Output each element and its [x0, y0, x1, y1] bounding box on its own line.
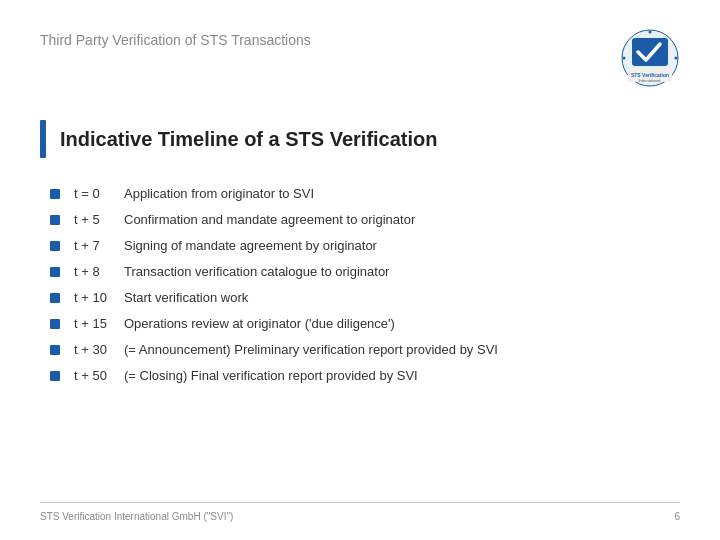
time-label: t + 15 — [74, 316, 116, 331]
svg-point-7 — [623, 57, 626, 60]
item-description: (= Closing) Final verification report pr… — [124, 368, 418, 383]
timeline-item: t + 50(= Closing) Final verification rep… — [50, 368, 680, 383]
page-title: Third Party Verification of STS Transact… — [40, 32, 311, 48]
bullet-icon — [50, 345, 60, 355]
heading-bar — [40, 120, 46, 158]
timeline-item: t + 5Confirmation and mandate agreement … — [50, 212, 680, 227]
time-label: t + 7 — [74, 238, 116, 253]
timeline-item: t + 10Start verification work — [50, 290, 680, 305]
timeline-item: t = 0Application from originator to SVI — [50, 186, 680, 201]
bullet-icon — [50, 371, 60, 381]
footer-page: 6 — [674, 511, 680, 522]
item-description: Transaction verification catalogue to or… — [124, 264, 389, 279]
header: Third Party Verification of STS Transact… — [40, 28, 680, 88]
time-label: t + 30 — [74, 342, 116, 357]
time-label: t + 10 — [74, 290, 116, 305]
timeline-item: t + 7Signing of mandate agreement by ori… — [50, 238, 680, 253]
time-label: t + 8 — [74, 264, 116, 279]
bullet-icon — [50, 319, 60, 329]
svg-point-6 — [675, 57, 678, 60]
svg-point-5 — [649, 31, 652, 34]
timeline-item: t + 30(= Announcement) Preliminary verif… — [50, 342, 680, 357]
bullet-icon — [50, 241, 60, 251]
timeline-list: t = 0Application from originator to SVIt… — [50, 186, 680, 383]
section-heading: Indicative Timeline of a STS Verificatio… — [40, 120, 680, 158]
footer-company: STS Verification International GmbH ("SV… — [40, 511, 233, 522]
time-label: t + 50 — [74, 368, 116, 383]
section-title: Indicative Timeline of a STS Verificatio… — [60, 128, 438, 151]
logo-container: STS Verification International. — [620, 28, 680, 88]
page: Third Party Verification of STS Transact… — [0, 0, 720, 540]
svg-text:International.: International. — [638, 78, 661, 83]
bullet-icon — [50, 293, 60, 303]
timeline-item: t + 8Transaction verification catalogue … — [50, 264, 680, 279]
timeline-item: t + 15Operations review at originator ('… — [50, 316, 680, 331]
bullet-icon — [50, 215, 60, 225]
item-description: Start verification work — [124, 290, 248, 305]
item-description: (= Announcement) Preliminary verificatio… — [124, 342, 498, 357]
bullet-icon — [50, 189, 60, 199]
footer: STS Verification International GmbH ("SV… — [40, 502, 680, 522]
bullet-icon — [50, 267, 60, 277]
item-description: Signing of mandate agreement by originat… — [124, 238, 377, 253]
item-description: Application from originator to SVI — [124, 186, 314, 201]
item-description: Operations review at originator ('due di… — [124, 316, 395, 331]
item-description: Confirmation and mandate agreement to or… — [124, 212, 415, 227]
time-label: t = 0 — [74, 186, 116, 201]
company-logo: STS Verification International. — [620, 28, 680, 88]
time-label: t + 5 — [74, 212, 116, 227]
